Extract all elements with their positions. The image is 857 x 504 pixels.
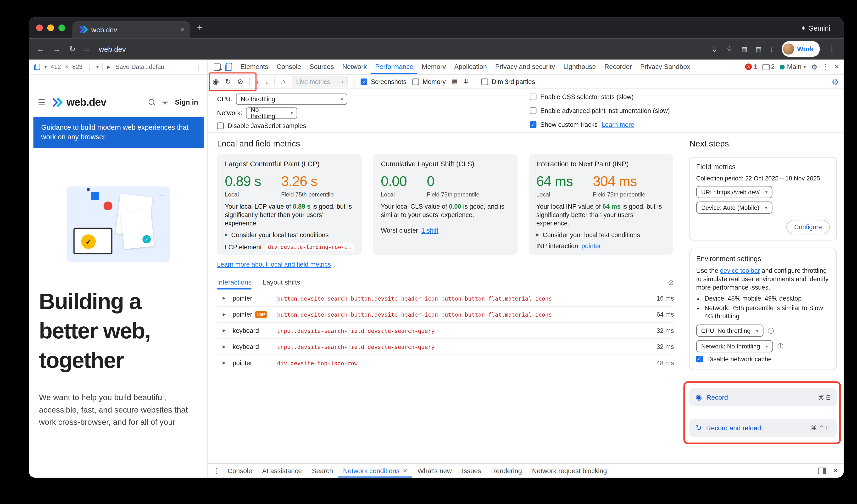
device-toolbar-toggle-icon[interactable] xyxy=(226,63,232,71)
browser-tab[interactable]: web.dev ✕ xyxy=(72,21,190,38)
drawer-tab-console[interactable]: Console xyxy=(223,464,257,478)
devtools-settings-icon[interactable]: ⚙ xyxy=(811,63,817,71)
forward-icon[interactable]: → xyxy=(53,45,61,53)
learn-more-metrics-link[interactable]: Learn more about local and field metrics xyxy=(217,261,331,268)
garbage-collect-icon[interactable]: ⇊ xyxy=(464,78,469,85)
capture-settings-gear-icon[interactable]: ⚙ xyxy=(831,77,839,86)
issues-badge[interactable]: 2 xyxy=(762,63,775,70)
interaction-row[interactable]: ▶ pointer button.devsite-search-button.d… xyxy=(217,290,674,306)
close-window-button[interactable] xyxy=(36,24,43,31)
tab-application[interactable]: Application xyxy=(450,60,491,74)
site-brand[interactable]: web.dev xyxy=(67,96,106,108)
disable-js-samples-checkbox[interactable]: Disable JavaScript samples xyxy=(217,122,306,129)
new-tab-button[interactable]: + xyxy=(197,22,202,34)
zoom-caret-icon[interactable]: ▾ xyxy=(97,64,99,69)
disable-cache-checkbox[interactable]: ✓ Disable network cache xyxy=(696,356,830,362)
tab-network[interactable]: Network xyxy=(338,60,371,74)
interaction-row[interactable]: ▶ pointerINP button.devsite-search-butto… xyxy=(217,307,674,323)
maximize-window-button[interactable] xyxy=(58,24,65,31)
network-throttle-select[interactable]: No throttling▾ xyxy=(246,107,297,119)
browser-menu-icon[interactable]: ⋮ xyxy=(828,45,836,53)
record-reload-icon[interactable]: ↻ xyxy=(225,77,231,86)
sidebar-network-select[interactable]: Network: No throttling▾ xyxy=(696,340,773,352)
tab-console[interactable]: Console xyxy=(273,60,305,74)
site-settings-icon[interactable]: ☷ xyxy=(84,46,89,53)
drawer-tab-search[interactable]: Search xyxy=(307,464,338,478)
inp-interaction-link[interactable]: pointer xyxy=(582,243,601,249)
tab-recorder[interactable]: Recorder xyxy=(601,60,636,74)
bookmark-star-icon[interactable]: ☆ xyxy=(726,45,733,53)
tab-privacy-sandbox[interactable]: Privacy Sandbox xyxy=(636,60,694,74)
tab-interactions[interactable]: Interactions xyxy=(217,275,251,289)
tab-performance[interactable]: Performance xyxy=(371,60,417,74)
clear-icon[interactable]: ⊘ xyxy=(237,77,243,86)
devtools-menu-icon[interactable]: ⋮ xyxy=(822,63,829,71)
dimensions-icon[interactable] xyxy=(35,64,40,70)
record-and-reload-button[interactable]: ↻ Record and reload ⌘ ⇧ E xyxy=(689,419,837,437)
tab-sources[interactable]: Sources xyxy=(305,60,338,74)
tab-close-icon[interactable]: ✕ xyxy=(180,26,185,33)
drawer-layout-icon[interactable] xyxy=(818,467,826,474)
sidebar-cpu-select[interactable]: CPU: No throttling▾ xyxy=(696,324,763,337)
throttle-play-icon[interactable]: ▶ xyxy=(107,64,110,69)
viewport-width[interactable]: 412 xyxy=(51,63,61,70)
device-toolbar-link[interactable]: device toolbar xyxy=(720,267,760,274)
drawer-menu-icon[interactable]: ⋮ xyxy=(211,467,222,474)
minimize-window-button[interactable] xyxy=(47,24,54,31)
downloads-icon[interactable]: ↓ xyxy=(770,45,773,53)
zoom-icon[interactable]: ⋮ xyxy=(86,63,93,70)
learn-more-link[interactable]: Learn more xyxy=(602,121,634,128)
tab-memory[interactable]: Memory xyxy=(418,60,450,74)
download-profile-icon[interactable]: ↓ xyxy=(265,78,268,85)
device-toolbar-menu-icon[interactable]: ⋮ xyxy=(195,63,201,70)
url-select[interactable]: URL: https://web.dev/▾ xyxy=(696,186,773,198)
cpu-info-icon[interactable]: ⓘ xyxy=(768,326,774,335)
back-icon[interactable]: ← xyxy=(37,45,45,53)
devtools-close-icon[interactable]: ✕ xyxy=(834,63,839,70)
inspect-element-icon[interactable] xyxy=(214,63,221,70)
cls-worst-cluster-link[interactable]: 1 shift xyxy=(421,227,438,234)
interaction-row[interactable]: ▶ keyboard input.devsite-search-field.de… xyxy=(217,323,674,339)
drawer-tab-network-conditions[interactable]: Network conditions ✕ xyxy=(338,464,412,478)
reading-list-icon[interactable]: ▤ xyxy=(756,46,761,53)
device-select[interactable]: Device: Auto (Mobile)▾ xyxy=(696,202,772,214)
reload-icon[interactable]: ↻ xyxy=(69,45,75,53)
save-data-label[interactable]: 'Save-Data': defau xyxy=(114,63,164,70)
sign-in-link[interactable]: Sign in xyxy=(175,99,198,106)
drawer-tab-network-request-blocking[interactable]: Network request blocking xyxy=(527,464,611,478)
address-bar[interactable]: web.dev xyxy=(99,45,126,53)
drawer-close-icon[interactable]: ✕ xyxy=(833,467,838,474)
dimensions-caret-icon[interactable]: ▾ xyxy=(45,64,47,69)
live-metrics-select[interactable]: Live metrics▾ xyxy=(292,75,348,87)
site-logo[interactable] xyxy=(50,99,62,106)
viewport-height[interactable]: 823 xyxy=(72,63,83,70)
memory-checkbox[interactable]: Memory xyxy=(413,78,446,85)
site-search-icon[interactable] xyxy=(148,99,155,106)
custom-tracks-checkbox[interactable]: ✓ Show custom tracks Learn more xyxy=(530,121,634,128)
drawer-tab-issues[interactable]: Issues xyxy=(457,464,486,478)
gemini-button[interactable]: ✦ Gemini xyxy=(801,17,830,38)
lcp-test-conditions-expander[interactable]: ▶ Consider your local test conditions xyxy=(225,232,354,238)
theme-toggle-icon[interactable]: ☀ xyxy=(162,98,168,107)
profile-button[interactable]: Work xyxy=(782,41,820,57)
clear-interactions-icon[interactable]: ⊘ xyxy=(668,278,674,286)
extensions-icon[interactable]: ▦ xyxy=(741,46,747,53)
cpu-throttle-select[interactable]: No throttling▾ xyxy=(236,94,348,105)
drawer-tab-rendering[interactable]: Rendering xyxy=(487,464,526,478)
site-banner[interactable]: Guidance to build modern web experiences… xyxy=(33,117,204,148)
record-button[interactable]: ◉ Record ⌘ E xyxy=(689,388,837,406)
drawer-tab-whats-new[interactable]: What's new xyxy=(413,464,456,478)
tab-elements[interactable]: Elements xyxy=(237,60,272,74)
tab-lighthouse[interactable]: Lighthouse xyxy=(559,60,600,74)
inp-test-conditions-expander[interactable]: ▶ Consider your local test conditions xyxy=(536,232,665,238)
context-selector[interactable]: Main ▾ xyxy=(780,63,806,71)
dim-3rd-parties-checkbox[interactable]: Dim 3rd parties xyxy=(482,78,535,85)
lcp-element-link[interactable]: div.devsite-landing-row-ite… xyxy=(265,243,354,251)
upload-profile-icon[interactable]: ↑ xyxy=(256,78,259,85)
error-badge[interactable]: ✕1 xyxy=(745,63,757,70)
drawer-tab-ai-assistance[interactable]: AI assistance xyxy=(258,464,306,478)
record-icon[interactable]: ◉ xyxy=(213,77,219,86)
network-info-icon[interactable]: ⓘ xyxy=(777,342,784,350)
css-selector-stats-checkbox[interactable]: Enable CSS selector stats (slow) xyxy=(530,94,634,100)
hamburger-menu-icon[interactable]: ☰ xyxy=(38,97,45,107)
